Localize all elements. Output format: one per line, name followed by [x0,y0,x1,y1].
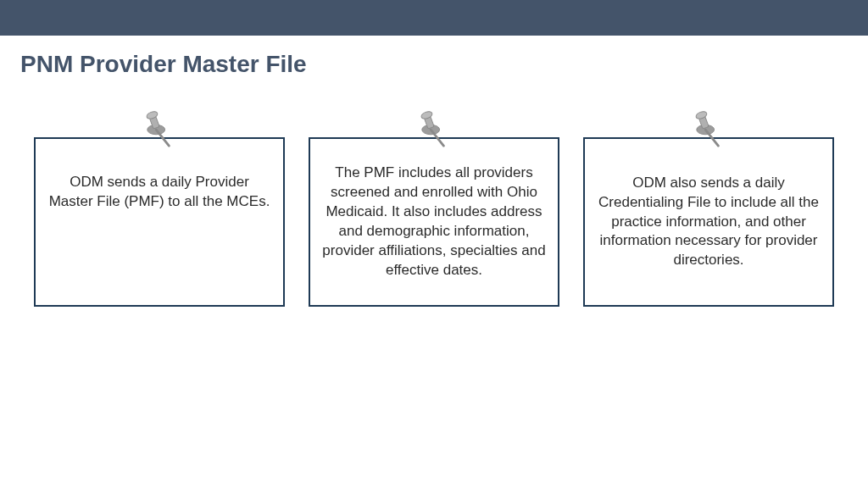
header-bar [0,0,868,36]
pushpin-icon [418,110,450,151]
info-card-1: ODM sends a daily Provider Master File (… [34,137,285,307]
pushpin-icon [693,110,725,151]
pushpin-icon [143,110,175,151]
card-text-1: ODM sends a daily Provider Master File (… [46,173,273,212]
info-card-3: ODM also sends a daily Credentialing Fil… [583,137,834,307]
page-title: PNM Provider Master File [0,36,868,78]
info-card-2: The PMF includes all providers screened … [309,137,559,307]
card-wrap-2: The PMF includes all providers screened … [309,137,559,307]
card-wrap-1: ODM sends a daily Provider Master File (… [34,137,285,307]
card-text-2: The PMF includes all providers screened … [320,164,548,280]
card-wrap-3: ODM also sends a daily Credentialing Fil… [583,137,834,307]
cards-row: ODM sends a daily Provider Master File (… [0,78,868,307]
card-text-3: ODM also sends a daily Credentialing Fil… [595,174,822,271]
